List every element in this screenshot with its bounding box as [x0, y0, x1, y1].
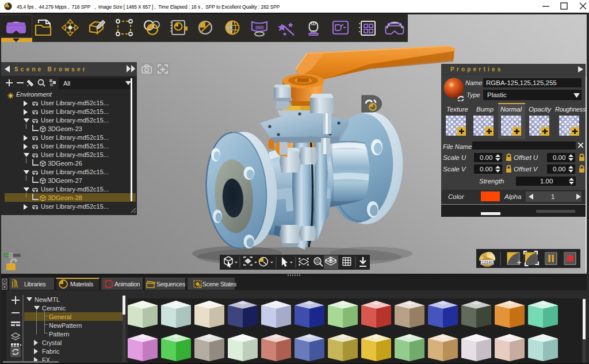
svg-text:12345: 12345 — [481, 261, 493, 265]
svg-text:360: 360 — [255, 25, 263, 30]
svg-text:All: All — [63, 80, 70, 87]
